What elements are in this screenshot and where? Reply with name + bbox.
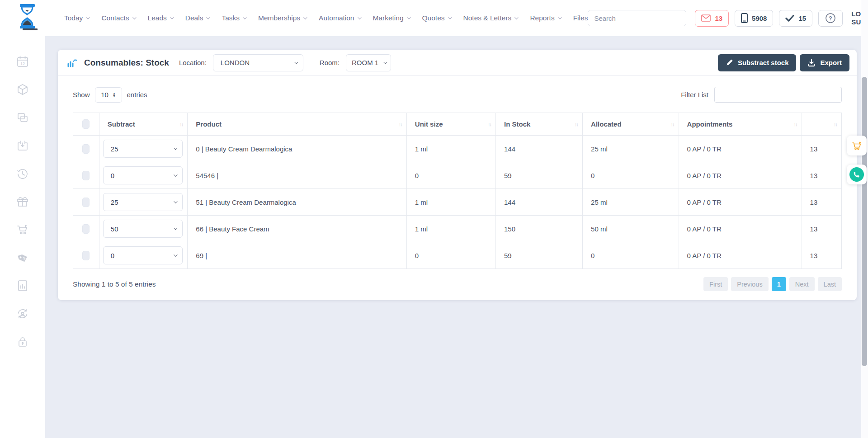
row-checkbox[interactable]	[82, 171, 90, 180]
cart-icon[interactable]	[16, 223, 29, 236]
nav-item-deals[interactable]: Deals	[185, 14, 209, 22]
table-row: 25 0 | Beauty Cream Dearmalogica 1 ml 14…	[73, 136, 842, 162]
sort-icon: ↑↓	[834, 122, 837, 127]
subtract-qty-select[interactable]: 0	[103, 246, 183, 264]
select-all-checkbox[interactable]	[82, 119, 90, 129]
nav-item-contacts[interactable]: Contacts	[101, 14, 135, 22]
extra-cell: 13	[802, 189, 841, 216]
column-allocated[interactable]: Allocated↑↓	[583, 113, 679, 136]
chevron-down-icon	[515, 15, 519, 19]
nav-item-memberships[interactable]: Memberships	[258, 14, 306, 22]
calendar-import-icon[interactable]	[16, 139, 29, 152]
row-checkbox[interactable]	[82, 198, 90, 207]
nav-item-today[interactable]: Today	[64, 14, 89, 22]
sms-badge[interactable]: 5908	[735, 10, 773, 27]
help-button[interactable]: ?	[818, 10, 843, 27]
room-select[interactable]: ROOM 1	[346, 54, 391, 71]
chevron-down-icon	[174, 146, 177, 150]
location-select[interactable]: LONDON	[213, 54, 303, 71]
column-extra[interactable]: ↑↓	[802, 113, 841, 136]
subtract-qty-select[interactable]: 50	[103, 220, 183, 238]
package-icon[interactable]	[16, 83, 29, 96]
card-body: Show 10 ▲▼ entries Filter List	[58, 76, 857, 300]
chart-report-icon[interactable]	[16, 279, 29, 292]
table-footer: Showing 1 to 5 of 5 entries First Previo…	[73, 277, 842, 291]
tasks-count: 15	[798, 14, 806, 22]
nav-item-notes-letters[interactable]: Notes & Letters	[463, 14, 518, 22]
export-button[interactable]: Export	[800, 54, 849, 71]
pagination-last[interactable]: Last	[818, 277, 842, 291]
nav-item-files[interactable]: Files	[573, 14, 588, 22]
pagination-first[interactable]: First	[703, 277, 728, 291]
in-stock-cell: 59	[495, 242, 582, 269]
chevron-down-icon	[174, 253, 177, 256]
calendar-icon[interactable]: 12	[16, 55, 29, 68]
in-stock-cell: 150	[495, 216, 582, 242]
main-nav: Today Contacts Leads Deals Tasks Members…	[64, 14, 588, 22]
subtract-stock-button[interactable]: Substract stock	[718, 54, 797, 71]
copy-pages-icon[interactable]	[16, 111, 29, 124]
chevron-down-icon	[407, 15, 410, 19]
column-subtract[interactable]: Subtract↑↓	[99, 113, 188, 136]
history-icon[interactable]	[16, 167, 29, 180]
column-appointments[interactable]: Appointments↑↓	[679, 113, 802, 136]
sort-icon: ↑↓	[488, 122, 491, 127]
sort-icon: ↑↓	[671, 122, 674, 127]
subtract-qty-select[interactable]: 0	[103, 166, 183, 184]
appointments-cell: 0 AP / 0 TR	[679, 189, 802, 216]
subtract-qty-select[interactable]: 25	[103, 193, 183, 211]
pagination-previous[interactable]: Previous	[731, 277, 768, 291]
nav-item-marketing[interactable]: Marketing	[373, 14, 410, 22]
client-sync-icon[interactable]	[16, 307, 29, 320]
row-checkbox[interactable]	[82, 251, 90, 260]
nav-item-automation[interactable]: Automation	[319, 14, 360, 22]
subtract-qty-select[interactable]: 25	[103, 140, 183, 158]
top-bar: Today Contacts Leads Deals Tasks Members…	[0, 0, 868, 36]
nav-item-reports[interactable]: Reports	[530, 14, 560, 22]
price-tag-icon[interactable]: $	[16, 251, 29, 264]
table-controls: Show 10 ▲▼ entries Filter List	[73, 87, 842, 103]
scrollbar-thumb[interactable]	[862, 77, 867, 366]
location-label: Location:	[179, 59, 207, 66]
column-product[interactable]: Product↑↓	[188, 113, 407, 136]
sort-icon: ↑↓	[399, 122, 402, 127]
product-cell: 69 |	[188, 242, 407, 269]
in-stock-cell: 144	[495, 136, 582, 162]
scrollbar-track	[861, 0, 868, 438]
topbar-right: 13 5908 15 ? LONDON SUPPORT	[588, 8, 868, 28]
table-header-row: Subtract↑↓ Product↑↓ Unit size↑↓ In Stoc…	[73, 113, 842, 136]
appointments-cell: 0 AP / 0 TR	[679, 242, 802, 269]
gift-icon[interactable]	[16, 195, 29, 208]
floating-cart-button[interactable]	[847, 136, 867, 155]
pagination-next[interactable]: Next	[789, 277, 815, 291]
lock-icon[interactable]	[16, 335, 29, 348]
nav-item-leads[interactable]: Leads	[148, 14, 173, 22]
column-in-stock[interactable]: In Stock↑↓	[495, 113, 582, 136]
smartphone-icon	[741, 13, 748, 23]
search-input[interactable]	[588, 10, 686, 26]
nav-item-quotes[interactable]: Quotes	[422, 14, 451, 22]
chevron-down-icon	[383, 60, 387, 64]
row-checkbox[interactable]	[82, 144, 90, 154]
messages-count: 13	[715, 14, 722, 22]
app-logo[interactable]	[16, 4, 38, 32]
pagination-page-1[interactable]: 1	[772, 277, 786, 291]
chevron-down-icon	[303, 15, 307, 19]
main-area: Consumables: Stock Location: LONDON Room…	[45, 36, 868, 438]
extra-cell: 13	[802, 216, 841, 242]
help-icon: ?	[825, 13, 836, 24]
row-checkbox[interactable]	[82, 224, 90, 234]
svg-text:?: ?	[829, 15, 832, 22]
location-value: LONDON	[221, 59, 250, 66]
chevron-down-icon	[558, 15, 561, 19]
nav-item-tasks[interactable]: Tasks	[222, 14, 245, 22]
page-length-select[interactable]: 10 ▲▼	[95, 87, 122, 103]
unit-size-cell: 1 ml	[406, 136, 495, 162]
filter-input[interactable]	[714, 87, 842, 103]
tasks-badge[interactable]: 15	[779, 10, 812, 27]
column-unit-size[interactable]: Unit size↑↓	[406, 113, 495, 136]
floating-phone-button[interactable]	[847, 165, 867, 184]
messages-badge[interactable]: 13	[695, 10, 729, 27]
sort-icon: ↑↓	[179, 122, 183, 127]
unit-size-cell: 0	[406, 242, 495, 269]
